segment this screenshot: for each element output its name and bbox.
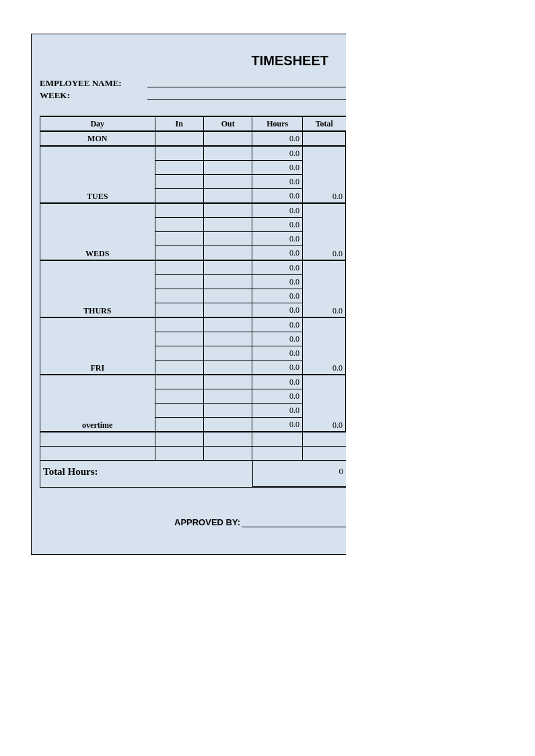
hours-cell: 0.0 xyxy=(252,246,303,261)
out-cell[interactable] xyxy=(203,218,252,232)
total-cell-tues: 0.0 xyxy=(303,146,346,203)
out-cell[interactable] xyxy=(203,303,252,318)
out-cell[interactable] xyxy=(203,146,252,161)
out-cell[interactable] xyxy=(203,418,252,432)
spacer xyxy=(155,432,203,447)
approved-by-row: APPROVED BY: xyxy=(40,517,346,527)
spacer xyxy=(40,447,155,461)
col-in: In xyxy=(155,116,203,131)
hours-cell: 0.0 xyxy=(252,389,303,404)
spacer xyxy=(155,447,203,461)
out-cell[interactable] xyxy=(203,260,252,275)
col-hours: Hours xyxy=(252,116,303,131)
out-cell[interactable] xyxy=(203,175,252,189)
out-cell[interactable] xyxy=(203,275,252,289)
hours-cell: 0.0 xyxy=(252,203,303,218)
in-cell[interactable] xyxy=(155,246,203,261)
in-cell[interactable] xyxy=(155,418,203,432)
in-cell[interactable] xyxy=(155,161,203,175)
out-cell[interactable] xyxy=(203,317,252,332)
hours-cell: 0.0 xyxy=(252,361,303,375)
in-cell[interactable] xyxy=(155,131,203,146)
day-cell-overtime: overtime xyxy=(40,375,155,432)
week-label: WEEK: xyxy=(40,90,147,101)
out-cell[interactable] xyxy=(203,361,252,375)
in-cell[interactable] xyxy=(155,404,203,418)
spacer xyxy=(303,447,346,461)
hours-cell: 0.0 xyxy=(252,404,303,418)
out-cell[interactable] xyxy=(203,246,252,261)
timesheet-table: Day In Out Hours Total MON0.0TUES0.00.00… xyxy=(40,116,346,461)
in-cell[interactable] xyxy=(155,289,203,303)
approved-by-label: APPROVED BY: xyxy=(174,517,240,527)
day-cell-fri: FRI xyxy=(40,317,155,375)
total-cell-mon xyxy=(303,131,346,146)
in-cell[interactable] xyxy=(155,218,203,232)
in-cell[interactable] xyxy=(155,361,203,375)
hours-cell: 0.0 xyxy=(252,175,303,189)
spacer xyxy=(252,447,303,461)
hours-cell: 0.0 xyxy=(252,303,303,318)
week-row: WEEK: xyxy=(40,90,346,101)
hours-cell: 0.0 xyxy=(252,418,303,432)
hours-cell: 0.0 xyxy=(252,317,303,332)
hours-cell: 0.0 xyxy=(252,131,303,146)
out-cell[interactable] xyxy=(203,203,252,218)
out-cell[interactable] xyxy=(203,161,252,175)
approved-by-field[interactable] xyxy=(242,517,346,527)
employee-name-field[interactable] xyxy=(147,78,346,87)
in-cell[interactable] xyxy=(155,260,203,275)
hours-cell: 0.0 xyxy=(252,218,303,232)
in-cell[interactable] xyxy=(155,332,203,346)
spacer xyxy=(40,432,155,447)
spacer xyxy=(303,432,346,447)
hours-cell: 0.0 xyxy=(252,146,303,161)
col-total: Total xyxy=(303,116,346,131)
timesheet-title: TIMESHEET xyxy=(40,41,346,78)
total-cell-thurs: 0.0 xyxy=(303,260,346,317)
hours-cell: 0.0 xyxy=(252,289,303,303)
in-cell[interactable] xyxy=(155,375,203,389)
in-cell[interactable] xyxy=(155,146,203,161)
out-cell[interactable] xyxy=(203,131,252,146)
in-cell[interactable] xyxy=(155,232,203,246)
total-cell-fri: 0.0 xyxy=(303,317,346,375)
total-hours-value: 0 xyxy=(252,461,346,487)
in-cell[interactable] xyxy=(155,175,203,189)
week-field[interactable] xyxy=(147,90,346,100)
hours-cell: 0.0 xyxy=(252,275,303,289)
out-cell[interactable] xyxy=(203,404,252,418)
total-cell-overtime: 0.0 xyxy=(303,375,346,432)
out-cell[interactable] xyxy=(203,232,252,246)
timesheet-sheet: TIMESHEET EMPLOYEE NAME: WEEK: Day In Ou… xyxy=(31,34,346,555)
day-cell-thurs: THURS xyxy=(40,260,155,317)
out-cell[interactable] xyxy=(203,289,252,303)
hours-cell: 0.0 xyxy=(252,260,303,275)
hours-cell: 0.0 xyxy=(252,332,303,346)
spacer xyxy=(203,447,252,461)
out-cell[interactable] xyxy=(203,346,252,361)
in-cell[interactable] xyxy=(155,203,203,218)
hours-cell: 0.0 xyxy=(252,346,303,361)
total-cell-weds: 0.0 xyxy=(303,203,346,260)
in-cell[interactable] xyxy=(155,317,203,332)
in-cell[interactable] xyxy=(155,346,203,361)
employee-name-row: EMPLOYEE NAME: xyxy=(40,78,346,89)
in-cell[interactable] xyxy=(155,275,203,289)
day-cell-weds: WEDS xyxy=(40,203,155,260)
total-hours-label: Total Hours: xyxy=(40,461,252,487)
in-cell[interactable] xyxy=(155,189,203,204)
day-cell-tues: TUES xyxy=(40,146,155,203)
hours-cell: 0.0 xyxy=(252,189,303,204)
in-cell[interactable] xyxy=(155,303,203,318)
out-cell[interactable] xyxy=(203,389,252,404)
spacer xyxy=(203,432,252,447)
out-cell[interactable] xyxy=(203,189,252,204)
out-cell[interactable] xyxy=(203,332,252,346)
hours-cell: 0.0 xyxy=(252,232,303,246)
hours-cell: 0.0 xyxy=(252,375,303,389)
hours-cell: 0.0 xyxy=(252,161,303,175)
in-cell[interactable] xyxy=(155,389,203,404)
col-day: Day xyxy=(40,116,155,131)
out-cell[interactable] xyxy=(203,375,252,389)
